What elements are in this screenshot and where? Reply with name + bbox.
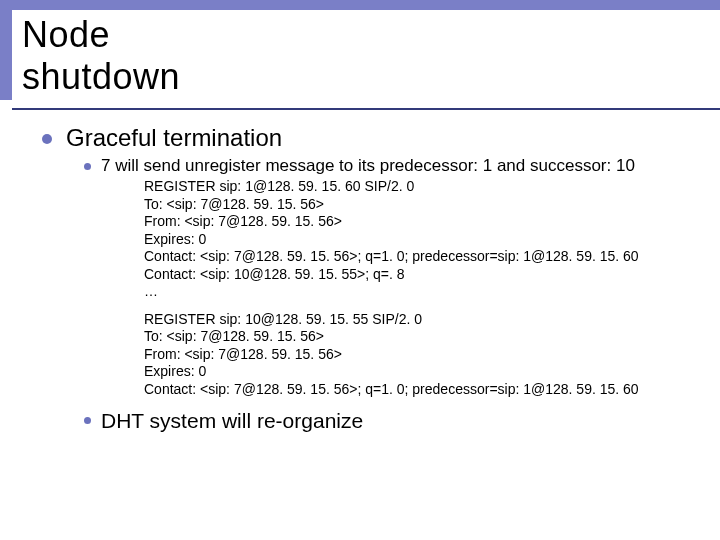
bullet-icon [84, 163, 91, 170]
bullet-icon [42, 134, 52, 144]
code-line: Contact: <sip: 7@128. 59. 15. 56>; q=1. … [144, 248, 684, 266]
code-line: To: <sip: 7@128. 59. 15. 56> [144, 328, 684, 346]
title-container: Node shutdown [12, 10, 720, 110]
slide-title: Node shutdown [22, 14, 220, 98]
slide: Node shutdown Graceful termination 7 wil… [0, 0, 720, 540]
bullet-level2: 7 will send unregister message to its pr… [84, 156, 684, 176]
code-line: Contact: <sip: 7@128. 59. 15. 56>; q=1. … [144, 381, 684, 399]
code-line: From: <sip: 7@128. 59. 15. 56> [144, 213, 684, 231]
header-band: Node shutdown [0, 0, 720, 100]
code-line: From: <sip: 7@128. 59. 15. 56> [144, 346, 684, 364]
sip-message-1: REGISTER sip: 1@128. 59. 15. 60 SIP/2. 0… [144, 178, 684, 301]
bullet-text: 7 will send unregister message to its pr… [101, 156, 635, 176]
code-line: Expires: 0 [144, 363, 684, 381]
bullet-text: DHT system will re-organize [101, 408, 363, 433]
bullet-text: Graceful termination [66, 124, 282, 152]
sip-message-2: REGISTER sip: 10@128. 59. 15. 55 SIP/2. … [144, 311, 684, 399]
code-line: Expires: 0 [144, 231, 684, 249]
bullet-icon [84, 417, 91, 424]
bullet-level2: DHT system will re-organize [84, 408, 684, 433]
code-line: REGISTER sip: 10@128. 59. 15. 55 SIP/2. … [144, 311, 684, 329]
content-area: Graceful termination 7 will send unregis… [0, 100, 720, 434]
code-line: Contact: <sip: 10@128. 59. 15. 55>; q=. … [144, 266, 684, 284]
code-line: To: <sip: 7@128. 59. 15. 56> [144, 196, 684, 214]
level2-wrap: 7 will send unregister message to its pr… [84, 156, 684, 434]
code-line: REGISTER sip: 1@128. 59. 15. 60 SIP/2. 0 [144, 178, 684, 196]
bullet-level1: Graceful termination [42, 124, 684, 152]
code-line: … [144, 283, 684, 301]
